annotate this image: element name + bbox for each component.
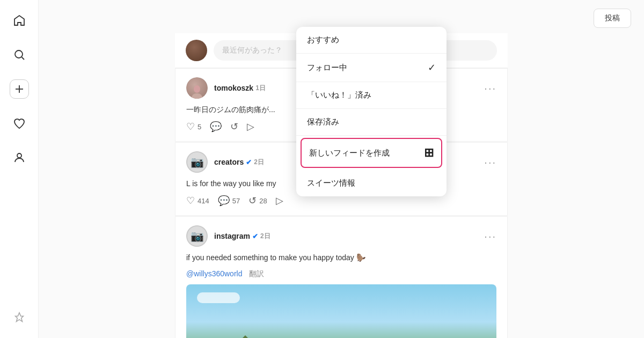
heart-icon[interactable] — [10, 114, 29, 133]
dropdown-label-new-feed: 新しいフィードを作成 — [309, 148, 390, 158]
new-feed-icon: ⊞ — [424, 146, 434, 160]
svg-point-4 — [17, 153, 21, 158]
svg-line-1 — [21, 57, 24, 60]
add-icon[interactable] — [10, 79, 29, 99]
dropdown-item-3[interactable]: 保存済み — [296, 109, 447, 136]
dropdown-label-3: 保存済み — [307, 117, 339, 127]
dropdown-label-2: 「いいね！」済み — [307, 90, 371, 100]
dropdown-item-new-feed[interactable]: 新しいフィードを作成 ⊞ — [301, 138, 442, 168]
dropdown-menu: おすすめ フォロー中 ✓ 「いいね！」済み 保存済み 新しいフィードを作成 ⊞ — [296, 27, 447, 196]
dropdown-label-5: スイーツ情報 — [307, 178, 355, 188]
dropdown-overlay[interactable]: おすすめ フォロー中 ✓ 「いいね！」済み 保存済み 新しいフィードを作成 ⊞ — [39, 0, 644, 338]
dropdown-item-2[interactable]: 「いいね！」済み — [296, 82, 447, 109]
sidebar — [0, 0, 39, 338]
checkmark-icon: ✓ — [428, 62, 436, 74]
profile-icon[interactable] — [10, 148, 29, 167]
svg-point-0 — [15, 50, 23, 58]
home-icon[interactable] — [10, 11, 29, 30]
search-icon[interactable] — [10, 45, 29, 64]
dropdown-label-0: おすすめ — [307, 35, 339, 45]
dropdown-item-1[interactable]: フォロー中 ✓ — [296, 54, 447, 82]
dropdown-item-5[interactable]: スイーツ情報 — [296, 170, 447, 196]
dropdown-label-1: フォロー中 — [307, 63, 347, 73]
main-content: 投稿 最近何があった？ tom — [39, 0, 644, 338]
dropdown-item-0[interactable]: おすすめ — [296, 27, 447, 54]
pin-icon[interactable] — [10, 308, 29, 327]
